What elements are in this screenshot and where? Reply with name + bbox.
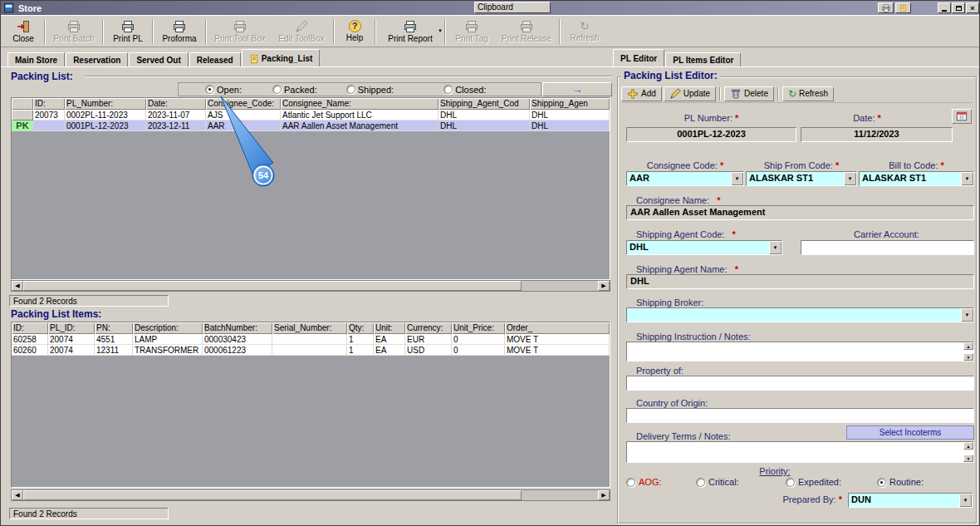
chevron-down-icon[interactable]: ▼: [959, 494, 972, 507]
priority-routine[interactable]: Routine:: [877, 477, 924, 487]
cell-pn[interactable]: 4551: [95, 334, 133, 345]
cell-unit-price[interactable]: 0: [452, 334, 505, 345]
column-header-shipping-agent[interactable]: Shipping_Agen: [530, 98, 610, 110]
cell-qty[interactable]: 1: [347, 334, 374, 345]
cell-batch-number[interactable]: 000030423: [203, 334, 272, 345]
priority-aog[interactable]: AOG:: [626, 477, 662, 487]
scroll-right-icon[interactable]: ▶: [598, 490, 610, 500]
filter-shipped[interactable]: Shipped:: [346, 85, 394, 95]
apply-filter-button[interactable]: →: [542, 82, 612, 96]
cell-pl-id[interactable]: 20074: [48, 345, 95, 356]
radio-closed[interactable]: [443, 85, 453, 94]
column-header-qty[interactable]: Qty:: [347, 322, 374, 334]
column-header-currency[interactable]: Currency:: [405, 322, 452, 334]
add-button[interactable]: Add: [621, 86, 662, 101]
items-hscrollbar[interactable]: ◀ ▶: [11, 489, 610, 501]
radio-packed[interactable]: [272, 85, 282, 94]
column-header-pl-number[interactable]: PL_Number:: [65, 98, 146, 110]
restore-button[interactable]: [952, 2, 965, 13]
cell-id[interactable]: 60258: [12, 334, 48, 345]
filter-packed[interactable]: Packed:: [272, 85, 317, 95]
column-header-shipping-agent-code[interactable]: Shipping_Agent_Cod: [439, 98, 530, 110]
cell-pl-number[interactable]: 0002PL-11-2023: [65, 110, 146, 120]
cell-description[interactable]: TRANSFORMER: [133, 345, 203, 356]
column-header-serial-number[interactable]: Serial_Number:: [272, 322, 347, 334]
scroll-left-icon[interactable]: ◀: [12, 490, 23, 500]
consignee-code-combo[interactable]: AAR ▼: [626, 171, 744, 186]
cell-id[interactable]: [33, 120, 65, 131]
cell-unit[interactable]: EA: [374, 334, 405, 345]
cell-currency[interactable]: EUR: [405, 334, 452, 345]
tab-released[interactable]: Released: [189, 52, 241, 66]
tab-packing-list[interactable]: Packing_List: [242, 49, 321, 66]
column-header-order[interactable]: Order_: [505, 322, 610, 334]
update-button[interactable]: Update: [664, 86, 716, 101]
cell-shipping-agent[interactable]: DHL: [530, 110, 610, 120]
column-header-description[interactable]: Description:: [133, 322, 203, 334]
radio-critical[interactable]: [696, 478, 705, 487]
column-header-batch-number[interactable]: BatchNumber:: [203, 322, 272, 334]
cell-pn[interactable]: 12311: [95, 345, 133, 356]
print-report-button[interactable]: Print Report ▼: [378, 17, 443, 46]
column-header-unit-price[interactable]: Unit_Price:: [452, 322, 505, 334]
column-header-date[interactable]: Date:: [146, 98, 206, 110]
cell-description[interactable]: LAMP: [133, 334, 203, 345]
radio-routine[interactable]: [877, 478, 886, 487]
filter-closed[interactable]: Closed:: [443, 85, 486, 95]
table-row[interactable]: 60260 20074 12311 TRANSFORMER 000061223 …: [12, 345, 610, 356]
minimize-button[interactable]: [938, 2, 951, 13]
scroll-track[interactable]: [522, 281, 598, 291]
cell-unit[interactable]: EA: [374, 345, 405, 356]
scroll-track[interactable]: [522, 490, 598, 500]
cell-consignee-code[interactable]: AAR: [206, 120, 281, 131]
scroll-right-icon[interactable]: ▶: [598, 281, 610, 291]
close-button[interactable]: Close: [4, 17, 42, 46]
cell-id[interactable]: 60260: [12, 345, 48, 356]
priority-expedited[interactable]: Expedited:: [786, 477, 841, 487]
tab-reservation[interactable]: Reservation: [66, 52, 128, 66]
packing-list-hscrollbar[interactable]: ◀ ▶: [11, 280, 610, 292]
column-header-pl-id[interactable]: PL_ID:: [48, 322, 95, 334]
cell-date[interactable]: 2023-12-11: [146, 120, 206, 131]
scroll-down-icon[interactable]: ▼: [963, 353, 973, 361]
property-of-input[interactable]: [626, 376, 974, 391]
table-row-selected[interactable]: PK 0001PL-12-2023 2023-12-11 AAR AAR Aal…: [12, 120, 610, 131]
row-indicator-header[interactable]: [12, 98, 33, 110]
mini-scrollbar[interactable]: ▲ ▼: [963, 442, 973, 462]
column-header-id[interactable]: ID:: [12, 322, 48, 334]
prepared-by-combo[interactable]: DUN ▼: [848, 493, 973, 508]
help-button[interactable]: ? Help: [336, 17, 373, 46]
cell-pl-id[interactable]: 20074: [48, 334, 95, 345]
titlebar-tool-button-1[interactable]: [878, 2, 894, 13]
cell-shipping-agent-code[interactable]: DHL: [439, 120, 530, 131]
delete-button[interactable]: Delete: [724, 86, 774, 101]
tab-pl-editor[interactable]: PL Editor: [613, 49, 664, 66]
filter-open[interactable]: Open:: [205, 85, 242, 95]
tab-pl-items-editor[interactable]: PL Items Editor: [665, 52, 741, 66]
ship-from-code-combo[interactable]: ALASKAR ST1 ▼: [746, 171, 857, 186]
chevron-down-icon[interactable]: ▼: [961, 308, 973, 322]
cell-pl-number[interactable]: 0001PL-12-2023: [65, 120, 146, 131]
column-header-pn[interactable]: PN:: [95, 322, 133, 334]
radio-aog[interactable]: [626, 478, 635, 487]
close-window-button[interactable]: ×: [966, 2, 979, 13]
tab-main-store[interactable]: Main Store: [7, 52, 65, 66]
select-incoterms-button[interactable]: Select Incoterms: [846, 425, 974, 440]
cell-qty[interactable]: 1: [347, 345, 374, 356]
chevron-down-icon[interactable]: ▼: [961, 172, 973, 185]
scroll-thumb[interactable]: [23, 490, 522, 500]
table-row[interactable]: 20073 0002PL-11-2023 2023-11-07 AJS Atla…: [12, 110, 610, 120]
shipping-instruction-input[interactable]: ▲ ▼: [626, 342, 974, 361]
mini-scrollbar[interactable]: ▲ ▼: [963, 342, 973, 361]
column-header-consignee-code[interactable]: Consignee_Code:: [206, 98, 281, 110]
bill-to-code-combo[interactable]: ALASKAR ST1 ▼: [859, 171, 974, 186]
cell-shipping-agent[interactable]: DHL: [530, 120, 610, 131]
cell-currency[interactable]: USD: [405, 345, 452, 356]
column-header-consignee-name[interactable]: Consignee_Name:: [281, 98, 439, 110]
scroll-thumb[interactable]: [23, 281, 522, 291]
column-header-id[interactable]: ID:: [33, 98, 65, 110]
radio-shipped[interactable]: [346, 85, 355, 94]
editor-refresh-button[interactable]: ↻ Refresh: [782, 86, 834, 101]
cell-consignee-name[interactable]: Atlantic Jet Support LLC: [281, 110, 439, 120]
cell-shipping-agent-code[interactable]: DHL: [439, 110, 530, 120]
